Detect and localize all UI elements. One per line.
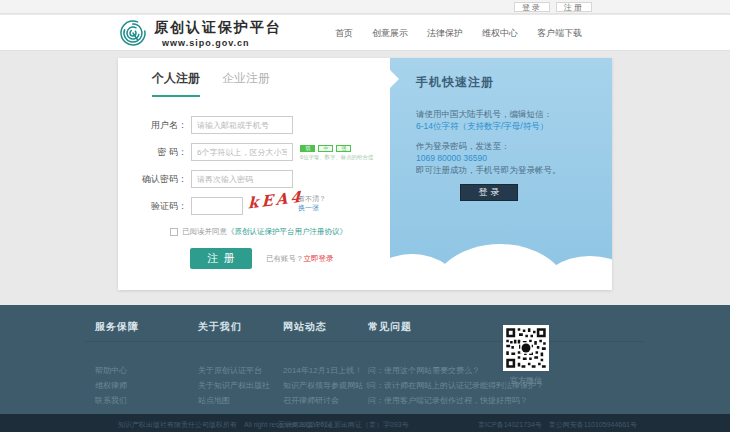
nav-rights-center[interactable]: 维权中心 <box>482 27 518 40</box>
confirm-password-label: 确认密码： <box>132 173 187 186</box>
tab-enterprise-register[interactable]: 企业注册 <box>222 70 270 97</box>
username-row: 用户名： <box>132 116 293 134</box>
confirm-password-input[interactable] <box>191 170 293 188</box>
fingerprint-logo-icon <box>118 18 148 48</box>
password-row: 密 码： <box>132 143 293 161</box>
captcha-row: 验证码： <box>132 197 243 215</box>
login-now-link[interactable]: 立即登录 <box>304 254 334 263</box>
password-label: 密 码： <box>132 146 187 159</box>
footer-link[interactable]: 联系我们 <box>95 393 139 408</box>
panel-login-button[interactable]: 登录 <box>460 184 518 201</box>
icp-text: 京ICP备14021734号 京公网安备110105944661号 <box>478 420 637 430</box>
site-header: 原创认证保护平台 www.sipo.gov.cn 首页 创意展示 法律保护 维权… <box>0 15 730 51</box>
footer-link[interactable]: 2014年12月1日上线！ <box>283 363 371 378</box>
have-account-text: 已有账号？立即登录 <box>266 254 334 264</box>
nav-client-download[interactable]: 客户端下载 <box>537 27 582 40</box>
footer-col-about: 关于我们 关于原创认证平台 关于知识产权出版社 站点地图 <box>198 320 270 408</box>
username-input[interactable] <box>191 116 293 134</box>
strength-strong-pill: 强 <box>336 145 351 152</box>
site-footer: 服务保障 帮助中心 维权律师 联系我们 关于我们 关于原创认证平台 关于知识产权… <box>0 305 730 414</box>
captcha-refresh-link[interactable]: 换一张 <box>298 203 326 212</box>
agreement-row: 已阅读并同意 《原创认证保护平台用户注册协议》 <box>170 227 347 237</box>
panel-notch <box>390 70 399 88</box>
registration-card: 个人注册 企业注册 用户名： 密 码： 弱 中 强 6位字母、数字、标点的组合佳… <box>118 58 612 290</box>
footer-col-service: 服务保障 帮助中心 维权律师 联系我们 <box>95 320 139 408</box>
site-logo[interactable]: 原创认证保护平台 www.sipo.gov.cn <box>118 18 282 48</box>
mobile-register-panel: 手机快速注册 请使用中国大陆手机号，编辑短信： 6-14位字符（支持数字/字母/… <box>390 58 612 290</box>
footer-link[interactable]: 关于原创认证平台 <box>198 363 270 378</box>
sms-instruction-line1: 请使用中国大陆手机号，编辑短信： <box>416 108 561 120</box>
sms-format-text: 6-14位字符（支持数字/字母/符号） <box>416 120 561 132</box>
captcha-input[interactable] <box>191 197 243 215</box>
footer-heading: 关于我们 <box>198 320 270 334</box>
captcha-image: kEA4 <box>248 188 304 213</box>
strength-hint: 6位字母、数字、标点的组合佳 <box>300 154 366 162</box>
register-button[interactable]: 注册 <box>556 2 592 12</box>
footer-heading: 服务保障 <box>95 320 139 334</box>
username-label: 用户名： <box>132 119 187 132</box>
sms-instruction-line3: 作为登录密码，发送至： <box>416 140 561 152</box>
footer-link[interactable]: 召开律师研讨会 <box>283 393 371 408</box>
mobile-panel-title: 手机快速注册 <box>416 74 494 91</box>
wechat-qr-label: 官方微信 <box>503 375 549 386</box>
copyright-bar: 知识产权出版社有限责任公司版权所有 All right reserved 200… <box>0 414 730 432</box>
footer-link[interactable]: 帮助中心 <box>95 363 139 378</box>
register-tabs: 个人注册 企业注册 <box>152 70 270 97</box>
wechat-qr-code <box>503 325 549 371</box>
footer-col-news: 网站动态 2014年12月1日上线！ 知识产权领导参观网站！ 召开律师研讨会 <box>283 320 371 408</box>
footer-link[interactable]: 维权律师 <box>95 378 139 393</box>
sms-number: 1069 80000 36590 <box>416 152 561 164</box>
captcha-cant-see-link[interactable]: 看不清？ <box>298 194 326 203</box>
agreement-prefix: 已阅读并同意 <box>182 227 227 237</box>
footer-heading: 网站动态 <box>283 320 371 334</box>
main-nav: 首页 创意展示 法律保护 维权中心 客户端下载 <box>335 15 582 51</box>
strength-weak-pill: 弱 <box>300 145 315 152</box>
footer-link[interactable]: 关于知识产权出版社 <box>198 378 270 393</box>
cloud-decoration <box>390 280 612 290</box>
agreement-checkbox[interactable] <box>170 228 178 236</box>
site-url: www.sipo.gov.cn <box>162 38 282 48</box>
strength-medium-pill: 中 <box>318 145 333 152</box>
license-text: 互联网出版许可证新出网证（京）字093号 <box>278 420 409 430</box>
password-input[interactable] <box>191 143 293 161</box>
captcha-label: 验证码： <box>132 200 187 213</box>
site-title: 原创认证保护平台 <box>154 19 282 37</box>
confirm-password-row: 确认密码： <box>132 170 293 188</box>
footer-link[interactable]: 站点地图 <box>198 393 270 408</box>
mobile-panel-instructions: 请使用中国大陆手机号，编辑短信： 6-14位字符（支持数字/字母/符号） 作为登… <box>416 108 561 176</box>
footer-link[interactable]: 知识产权领导参观网站！ <box>283 378 371 393</box>
sms-instruction-line5: 即可注册成功，手机号即为登录帐号。 <box>416 164 561 176</box>
agreement-link[interactable]: 《原创认证保护平台用户注册协议》 <box>227 227 347 237</box>
login-button[interactable]: 登录 <box>514 2 550 12</box>
nav-home[interactable]: 首页 <box>335 27 353 40</box>
tab-personal-register[interactable]: 个人注册 <box>152 70 200 97</box>
nav-legal-protection[interactable]: 法律保护 <box>427 27 463 40</box>
submit-register-button[interactable]: 注册 <box>190 248 252 269</box>
footer-link[interactable]: 问：使用客户端记录创作过程，快捷好用吗？ <box>368 393 544 408</box>
top-utility-bar: 登录 注册 <box>0 0 730 14</box>
nav-creative-display[interactable]: 创意展示 <box>372 27 408 40</box>
